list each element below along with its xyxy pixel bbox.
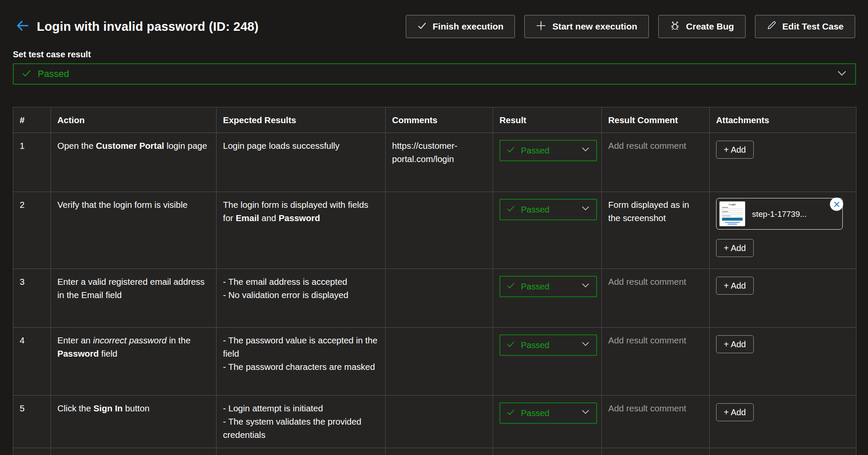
table-header-row: # Action Expected Results Comments Resul… (13, 107, 856, 133)
create-bug-button[interactable]: Create Bug (658, 15, 746, 38)
top-actions: Finish execution Start new execution (406, 15, 855, 38)
step-number: 2 (13, 192, 51, 269)
back-arrow-icon (15, 18, 30, 35)
step-result-value: Passed (521, 203, 550, 216)
step-expected: - The password value is accepted in the … (217, 328, 386, 396)
step-result-cell: Passed (493, 328, 602, 396)
back-button[interactable] (13, 17, 32, 36)
step-expected: Login page loads successfully (217, 133, 386, 192)
step-number: 4 (13, 328, 51, 396)
result-comment-placeholder: Add result comment (608, 277, 686, 287)
col-header-result-comment: Result Comment (602, 107, 710, 133)
chevron-down-icon (836, 68, 847, 80)
create-bug-label: Create Bug (686, 21, 734, 32)
step-row-6-partial (13, 448, 856, 455)
step-comments: https://customer-portal.com/login (386, 133, 493, 192)
thumbnail-input (722, 213, 743, 215)
col-header-expected: Expected Results (217, 107, 386, 133)
test-case-result-dropdown[interactable]: Passed (13, 63, 856, 85)
thumbnail-checkbox-row (722, 216, 731, 216)
edit-test-case-button[interactable]: Edit Test Case (755, 15, 855, 38)
top-bar: Login with invalid password (ID: 248) Fi… (13, 15, 855, 38)
attachment-name: step-1-17739... (752, 207, 807, 221)
step-result-dropdown[interactable]: Passed (499, 199, 597, 220)
step-comments (386, 396, 493, 448)
step-result-value: Passed (521, 339, 550, 352)
step-action: Verify that the login form is visible (51, 192, 217, 269)
edit-test-case-label: Edit Test Case (782, 21, 844, 32)
step-number: 5 (13, 396, 51, 448)
attachment-chip[interactable]: Login step-1-17739... (716, 198, 843, 230)
thumbnail-field-label (722, 211, 728, 212)
step-expected: - The email address is accepted - No val… (217, 269, 386, 328)
step-result-comment-cell[interactable]: Add result comment (602, 396, 710, 448)
step-result-cell: Passed (493, 133, 602, 192)
check-icon (417, 21, 427, 32)
finish-execution-label: Finish execution (433, 21, 504, 32)
test-case-result-value: Passed (38, 68, 69, 80)
step-result-comment-cell[interactable]: Add result comment (602, 269, 710, 328)
step-action: Click the Sign In button (51, 396, 217, 448)
step-comments (386, 328, 493, 396)
add-attachment-button[interactable]: + Add (716, 335, 754, 353)
step-result-dropdown[interactable]: Passed (499, 402, 597, 424)
step-result-dropdown[interactable]: Passed (499, 276, 597, 297)
step-number: 1 (13, 133, 51, 192)
step-comments (386, 269, 493, 328)
step-result-comment-cell[interactable]: Form displayed as in the screenshot (602, 192, 710, 269)
attachment-thumbnail: Login (719, 201, 745, 226)
add-attachment-button[interactable]: + Add (716, 403, 754, 421)
add-attachment-button[interactable]: + Add (716, 239, 754, 257)
add-attachment-button[interactable]: + Add (716, 277, 754, 295)
col-header-comments: Comments (386, 107, 493, 133)
result-comment-placeholder: Add result comment (608, 141, 686, 151)
step-row-3: 3 Enter a valid registered email address… (13, 269, 856, 328)
thumbnail-link (725, 222, 740, 223)
chevron-down-icon (581, 339, 590, 352)
remove-attachment-button[interactable] (830, 198, 843, 211)
step-attachments-cell: Login step-1-17739... (710, 192, 856, 269)
thumbnail-signin-button (722, 218, 743, 221)
bug-icon (670, 21, 680, 33)
step-action: Enter a valid registered email address i… (51, 269, 217, 328)
col-header-num: # (13, 107, 51, 133)
thumbnail-link (728, 224, 737, 225)
step-result-dropdown[interactable]: Passed (499, 140, 597, 161)
add-attachment-button[interactable]: + Add (716, 141, 754, 159)
step-result-comment-cell[interactable]: Add result comment (602, 133, 710, 192)
step-result-comment-cell[interactable]: Add result comment (602, 328, 710, 396)
step-attachments-cell: + Add (710, 328, 856, 396)
step-number: 3 (13, 269, 51, 328)
result-comment-placeholder: Add result comment (608, 335, 686, 345)
step-result-cell: Passed (493, 269, 602, 328)
result-comment-placeholder: Add result comment (608, 403, 686, 413)
start-new-execution-button[interactable]: Start new execution (524, 15, 648, 38)
step-row-1: 1 Open the Customer Portal login page Lo… (13, 133, 856, 192)
thumbnail-input (722, 208, 743, 210)
step-result-value: Passed (521, 280, 550, 293)
chevron-down-icon (581, 280, 590, 293)
step-row-5: 5 Click the Sign In button - Login attem… (13, 396, 856, 448)
step-row-2: 2 Verify that the login form is visible … (13, 192, 856, 269)
step-comments (386, 192, 493, 269)
chevron-down-icon (581, 203, 590, 216)
chevron-down-icon (581, 407, 590, 420)
step-attachments-cell: + Add (710, 396, 856, 448)
page-title: Login with invalid password (ID: 248) (37, 20, 259, 34)
test-runner-page: Login with invalid password (ID: 248) Fi… (0, 15, 868, 455)
passed-check-icon (506, 203, 515, 216)
step-result-dropdown[interactable]: Passed (499, 334, 597, 356)
col-header-attachments: Attachments (710, 107, 856, 133)
step-result-cell: Passed (493, 396, 602, 448)
step-attachments-cell: + Add (710, 133, 856, 192)
test-steps-table: # Action Expected Results Comments Resul… (13, 107, 856, 455)
set-result-label: Set test case result (13, 50, 855, 59)
finish-execution-button[interactable]: Finish execution (406, 15, 515, 38)
step-attachments-cell: + Add (710, 269, 856, 328)
step-action: Open the Customer Portal login page (51, 133, 217, 192)
result-comment-text: Form displayed as in the screenshot (608, 200, 689, 223)
step-expected: The login form is displayed with fields … (217, 192, 386, 269)
step-result-value: Passed (521, 144, 550, 157)
plus-icon (536, 21, 546, 33)
passed-check-icon (21, 68, 32, 80)
